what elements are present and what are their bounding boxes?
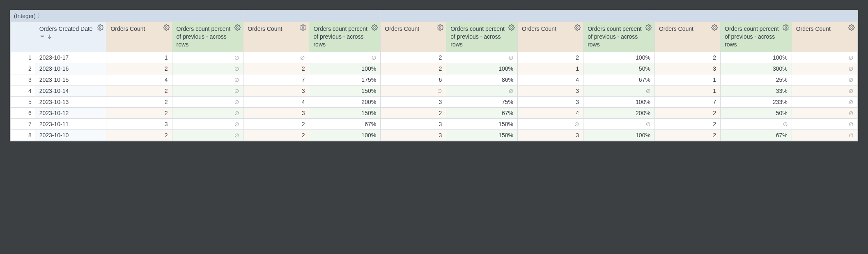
percent-cell[interactable]: ∅	[172, 63, 243, 74]
percent-cell[interactable]: ∅	[172, 96, 243, 107]
count-cell[interactable]: 2	[654, 107, 720, 118]
count-cell[interactable]: 3	[381, 129, 446, 141]
count-cell[interactable]: 4	[106, 74, 172, 85]
percent-column-header[interactable]: Orders count percent of previous - acros…	[309, 22, 381, 52]
gear-icon[interactable]	[300, 24, 306, 31]
percent-cell[interactable]: 67%	[583, 74, 655, 85]
count-cell[interactable]: 6	[381, 74, 446, 85]
count-column-header[interactable]: Orders Count	[518, 22, 583, 52]
date-cell[interactable]: 2023-10-17	[35, 52, 106, 63]
count-cell[interactable]: 2	[381, 63, 446, 74]
count-column-header[interactable]: Orders Count	[792, 22, 857, 52]
percent-column-header[interactable]: Orders count percent of previous - acros…	[721, 22, 792, 52]
percent-column-header[interactable]: Orders count percent of previous - acros…	[583, 22, 655, 52]
percent-cell[interactable]: 300%	[721, 63, 792, 74]
percent-cell[interactable]: ∅	[172, 107, 243, 118]
percent-cell[interactable]: 67%	[721, 129, 792, 141]
percent-cell[interactable]: ∅	[446, 52, 518, 63]
count-cell[interactable]: 4	[243, 96, 309, 107]
count-cell[interactable]: 2	[106, 129, 172, 141]
breadcrumb[interactable]: (Integer)〉	[14, 12, 103, 20]
count-cell[interactable]: 2	[243, 129, 309, 141]
percent-cell[interactable]: 150%	[309, 107, 381, 118]
percent-cell[interactable]: 100%	[721, 52, 792, 63]
count-cell[interactable]: ∅	[792, 52, 857, 63]
percent-cell[interactable]: 100%	[583, 129, 655, 141]
count-cell[interactable]: 4	[518, 107, 583, 118]
count-cell[interactable]: ∅	[381, 85, 446, 96]
count-cell[interactable]: 2	[654, 52, 720, 63]
gear-icon[interactable]	[163, 24, 170, 31]
percent-cell[interactable]: 233%	[721, 96, 792, 107]
count-cell[interactable]: 3	[243, 85, 309, 96]
count-cell[interactable]: 2	[654, 129, 720, 141]
percent-cell[interactable]: 200%	[309, 96, 381, 107]
date-cell[interactable]: 2023-10-16	[35, 63, 106, 74]
count-cell[interactable]: 3	[518, 85, 583, 96]
date-cell[interactable]: 2023-10-14	[35, 85, 106, 96]
count-cell[interactable]: 1	[518, 63, 583, 74]
date-cell[interactable]: 2023-10-15	[35, 74, 106, 85]
count-cell[interactable]: 3	[518, 96, 583, 107]
count-cell[interactable]: 3	[243, 107, 309, 118]
percent-cell[interactable]: 67%	[309, 118, 381, 129]
gear-icon[interactable]	[437, 24, 443, 31]
count-cell[interactable]: 2	[654, 118, 720, 129]
gear-icon[interactable]	[848, 24, 855, 31]
percent-cell[interactable]: 150%	[446, 129, 518, 141]
gear-icon[interactable]	[783, 24, 789, 31]
percent-cell[interactable]: 33%	[721, 85, 792, 96]
percent-column-header[interactable]: Orders count percent of previous - acros…	[172, 22, 243, 52]
sort-indicator[interactable]	[39, 34, 53, 42]
count-column-header[interactable]: Orders Count	[106, 22, 172, 52]
count-cell[interactable]: 1	[654, 74, 720, 85]
count-column-header[interactable]: Orders Count	[381, 22, 446, 52]
percent-cell[interactable]: ∅	[309, 52, 381, 63]
percent-cell[interactable]: 100%	[309, 129, 381, 141]
count-cell[interactable]: ∅	[518, 118, 583, 129]
count-cell[interactable]: 2	[518, 52, 583, 63]
gear-icon[interactable]	[97, 24, 103, 31]
percent-cell[interactable]: 175%	[309, 74, 381, 85]
percent-cell[interactable]: 200%	[583, 107, 655, 118]
percent-cell[interactable]: 86%	[446, 74, 518, 85]
gear-icon[interactable]	[371, 24, 378, 31]
count-cell[interactable]: 2	[106, 96, 172, 107]
date-cell[interactable]: 2023-10-12	[35, 107, 106, 118]
gear-icon[interactable]	[711, 24, 718, 31]
percent-cell[interactable]: ∅	[172, 129, 243, 141]
count-cell[interactable]: ∅	[792, 107, 857, 118]
count-cell[interactable]: 2	[243, 118, 309, 129]
percent-cell[interactable]: 150%	[446, 118, 518, 129]
percent-cell[interactable]: 75%	[446, 96, 518, 107]
count-cell[interactable]: ∅	[792, 118, 857, 129]
date-cell[interactable]: 2023-10-13	[35, 96, 106, 107]
count-column-header[interactable]: Orders Count	[654, 22, 720, 52]
count-cell[interactable]: 2	[106, 63, 172, 74]
gear-icon[interactable]	[508, 24, 515, 31]
percent-cell[interactable]: ∅	[446, 85, 518, 96]
count-cell[interactable]: 2	[243, 63, 309, 74]
count-cell[interactable]: 3	[518, 129, 583, 141]
percent-cell[interactable]: 100%	[446, 63, 518, 74]
count-cell[interactable]: 4	[518, 74, 583, 85]
count-cell[interactable]: 3	[106, 118, 172, 129]
gear-icon[interactable]	[234, 24, 241, 31]
count-cell[interactable]: ∅	[792, 129, 857, 141]
gear-icon[interactable]	[645, 24, 652, 31]
count-cell[interactable]: ∅	[792, 63, 857, 74]
count-cell[interactable]: 1	[654, 85, 720, 96]
percent-cell[interactable]: ∅	[721, 118, 792, 129]
percent-cell[interactable]: 50%	[583, 63, 655, 74]
percent-cell[interactable]: ∅	[172, 118, 243, 129]
percent-cell[interactable]: 50%	[721, 107, 792, 118]
count-cell[interactable]: 1	[106, 52, 172, 63]
count-cell[interactable]: 2	[381, 107, 446, 118]
count-cell[interactable]: 3	[381, 96, 446, 107]
count-cell[interactable]: 3	[381, 118, 446, 129]
breadcrumb-cell[interactable]: (Integer)〉	[11, 11, 106, 22]
percent-cell[interactable]: 100%	[583, 96, 655, 107]
percent-cell[interactable]: ∅	[172, 52, 243, 63]
gear-icon[interactable]	[574, 24, 581, 31]
date-cell[interactable]: 2023-10-10	[35, 129, 106, 141]
